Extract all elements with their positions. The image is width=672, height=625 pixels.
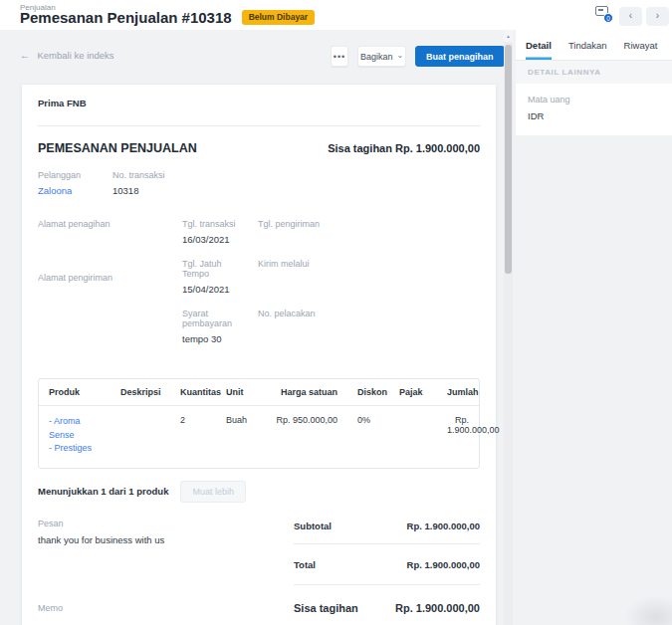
vertical-scrollbar[interactable]: ▴ (504, 30, 513, 625)
document-fields-grid: Alamat penagihan Tgl. transaksi 16/03/20… (38, 219, 480, 358)
chevron-right-icon: › (656, 10, 659, 21)
notifications-icon[interactable]: 0 (595, 6, 610, 19)
message-label: Pesan (38, 519, 258, 528)
product-link[interactable]: - Prestiges (49, 442, 105, 456)
prev-record-button[interactable]: ‹ (619, 7, 642, 26)
customer-field: Pelanggan Zaloona (38, 170, 112, 196)
unit-price-cell: Rp. 950.000,00 (258, 406, 347, 468)
description-cell (111, 406, 170, 468)
amount-cell: Rp. 1.900.000,00 (437, 406, 479, 468)
column-header-product: Produk (39, 379, 111, 406)
transaction-date-value: 16/03/2021 (182, 234, 250, 245)
scrollbar-thumb[interactable] (505, 45, 512, 274)
product-link[interactable]: - Aroma Sense (49, 415, 105, 442)
quantity-cell: 2 (170, 406, 216, 468)
message-text: thank you for business with us (38, 534, 258, 545)
table-footer-row: Menunjukkan 1 dari 1 produk Muat lebih (38, 481, 480, 503)
payment-terms-field: Syarat pembayaran tempo 30 (182, 309, 258, 344)
sidebar-tab-bar: Detail Tindakan Riwayat × (516, 30, 672, 61)
total-row: Total Rp. 1.900.000,00 (294, 559, 480, 585)
balance-due-row: Sisa tagihan Rp. 1.900.000,00 (294, 602, 480, 614)
divider (38, 125, 480, 126)
balance-due-header: Sisa tagihan Rp. 1.900.000,00 (328, 142, 480, 154)
column-header-unit-price: Harga satuan (258, 379, 347, 406)
due-date-field: Tgl. Jatuh Tempo 15/04/2021 (182, 259, 258, 295)
total-value: Rp. 1.900.000,00 (407, 559, 480, 570)
shipping-date-field: Tgl. pengiriman (258, 219, 480, 245)
customer-link[interactable]: Zaloona (38, 185, 112, 196)
triangle-up-icon: ▴ (507, 33, 510, 39)
subtotal-label: Subtotal (294, 521, 332, 531)
tracking-no-field: No. pelacakan (258, 309, 480, 344)
tab-riwayat[interactable]: Riwayat (624, 30, 658, 60)
app-window: Penjualan Pemesanan Penjualan #10318 Bel… (0, 0, 672, 625)
due-date-value: 15/04/2021 (182, 284, 250, 295)
tab-tindakan[interactable]: Tindakan (568, 30, 607, 60)
create-invoice-label: Buat penagihan (426, 52, 494, 62)
notifications-icon-detail (598, 9, 603, 11)
payment-terms-value: tempo 30 (182, 333, 250, 344)
unit-cell: Buah (216, 406, 258, 468)
customer-label: Pelanggan (38, 170, 112, 180)
memo-label: Memo (38, 603, 258, 613)
load-more-button[interactable]: Muat lebih (180, 481, 246, 503)
column-header-unit: Unit (216, 379, 258, 406)
balance-due-label: Sisa tagihan (294, 602, 358, 614)
tax-cell (389, 406, 437, 468)
toolbar-actions: ••• Bagikan ⌄ Buat penagihan (331, 46, 505, 67)
tab-detail[interactable]: Detail (526, 30, 552, 60)
customer-row: Pelanggan Zaloona No. transaksi 10318 (38, 170, 480, 196)
share-button[interactable]: Bagikan ⌄ (357, 46, 406, 67)
transaction-no-value: 10318 (112, 185, 165, 196)
share-button-label: Bagikan (360, 52, 393, 62)
transaction-date-label: Tgl. transaksi (182, 219, 250, 229)
create-invoice-button[interactable]: Buat penagihan (415, 46, 505, 67)
subtotal-row: Subtotal Rp. 1.900.000,00 (294, 519, 480, 544)
currency-label: Mata uang (528, 95, 660, 104)
back-to-index-link[interactable]: ← Kembali ke indeks (20, 50, 114, 61)
due-date-label: Tgl. Jatuh Tempo (182, 259, 250, 279)
company-name: Prima FNB (38, 98, 480, 108)
discount-cell: 0% (347, 406, 389, 468)
notes-and-totals: Pesan thank you for business with us Mem… (38, 519, 480, 625)
product-table-header-row: Produk Deskripsi Kuantitas Unit Harga sa… (39, 379, 479, 406)
sidebar-section-header: DETAIL LAINNYA (516, 61, 672, 84)
document-title-row: PEMESANAN PENJUALAN Sisa tagihan Rp. 1.9… (38, 141, 480, 155)
page-title: Pemesanan Penjualan #10318 (20, 9, 232, 26)
sidebar-detail-body: Mata uang IDR (516, 84, 672, 135)
ship-via-field: Kirim melalui (258, 259, 480, 295)
chevron-down-icon: ⌄ (396, 51, 403, 60)
back-link-label: Kembali ke indeks (38, 50, 114, 61)
status-badge: Belum Dibayar (242, 10, 316, 25)
back-arrow-icon: ← (20, 50, 30, 61)
column-header-tax: Pajak (389, 379, 437, 406)
transaction-date-field: Tgl. transaksi 16/03/2021 (182, 219, 258, 245)
notes-column: Pesan thank you for business with us Mem… (38, 519, 294, 625)
scrollbar-up-button[interactable]: ▴ (504, 30, 513, 42)
balance-due-value: Rp. 1.900.000,00 (395, 602, 480, 614)
title-row: Pemesanan Penjualan #10318 Belum Dibayar (20, 9, 315, 26)
notification-count-badge: 0 (603, 13, 613, 23)
subtotal-value: Rp. 1.900.000,00 (407, 521, 480, 531)
currency-value: IDR (528, 110, 660, 121)
tracking-no-label: No. pelacakan (258, 309, 472, 318)
detail-sidebar: Detail Tindakan Riwayat × DETAIL LAINNYA… (516, 30, 672, 625)
transaction-no-label: No. transaksi (112, 170, 165, 180)
shipping-address-label: Alamat pengiriman (38, 273, 174, 283)
more-actions-button[interactable]: ••• (331, 46, 348, 67)
content-area: ← Kembali ke indeks ••• Bagikan ⌄ Buat p… (0, 30, 672, 625)
billing-address-label: Alamat penagihan (38, 219, 174, 229)
payment-terms-label: Syarat pembayaran (182, 309, 250, 328)
transaction-no-field: No. transaksi 10318 (112, 170, 165, 196)
table-row: - Aroma Sense - Prestiges 2 Buah Rp. 950… (39, 406, 479, 468)
product-table: Produk Deskripsi Kuantitas Unit Harga sa… (38, 378, 480, 469)
column-header-quantity: Kuantitas (170, 379, 216, 406)
document-title: PEMESANAN PENJUALAN (38, 141, 197, 155)
sales-order-card: Prima FNB PEMESANAN PENJUALAN Sisa tagih… (22, 85, 496, 625)
column-header-description: Deskripsi (111, 379, 170, 406)
next-record-button[interactable]: › (646, 7, 669, 26)
column-header-discount: Diskon (347, 379, 389, 406)
chevron-left-icon: ‹ (629, 10, 632, 21)
product-cell: - Aroma Sense - Prestiges (39, 406, 111, 468)
shipping-address-field: Alamat pengiriman (38, 259, 182, 295)
